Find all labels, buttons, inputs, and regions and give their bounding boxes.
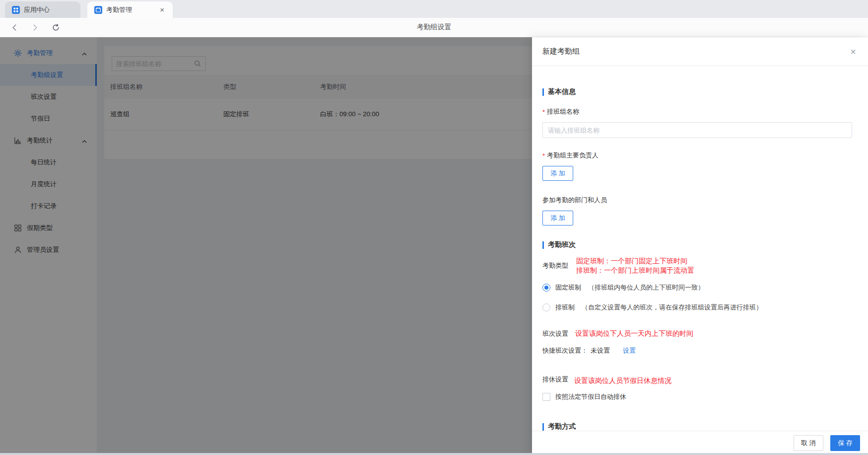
radio-scheduled-shift-desc: （自定义设置每人的班次，请在保存排班组设置后再进行排班） <box>582 303 762 312</box>
radio-row-scheduled-shift: 排班制 （自定义设置每人的班次，请在保存排班组设置后再进行排班） <box>542 303 852 312</box>
annotation-shift-setting: 设置该岗位下人员一天内上下班的时间 <box>575 329 693 338</box>
cancel-button[interactable]: 取 消 <box>794 435 823 451</box>
members-label: 参加考勤的部门和人员 <box>542 196 852 205</box>
attendance-icon <box>94 6 102 14</box>
radio-row-fixed-shift: 固定班制 （排班组内每位人员的上下班时间一致） <box>542 283 852 292</box>
forward-icon[interactable] <box>31 24 39 31</box>
radio-fixed-shift-desc: （排班组内每位人员的上下班时间一致） <box>588 283 704 292</box>
legal-holiday-row: 按照法定节假日自动排休 <box>542 392 852 401</box>
tab-attendance[interactable]: 考勤管理 × <box>87 1 173 18</box>
nav-bar: 考勤组设置 <box>0 18 868 37</box>
section-attendance-shift: 考勤班次 <box>542 240 852 249</box>
section-basic-info: 基本信息 <box>542 87 852 96</box>
drawer-footer: 取 消 保 存 <box>532 431 868 455</box>
tab-close-icon[interactable]: × <box>158 5 166 14</box>
add-members-button[interactable]: 添 加 <box>542 211 573 226</box>
required-mark: * <box>542 152 545 159</box>
annotation-rest-setting: 设置该岗位人员节假日休息情况 <box>574 376 671 385</box>
shift-setting-row: 班次设置 设置该岗位下人员一天内上下班的时间 <box>542 329 852 338</box>
tab-label: 考勤管理 <box>106 5 132 14</box>
browser-tab-bar: 应用中心 考勤管理 × <box>0 0 868 18</box>
new-attendance-group-drawer: 新建考勤组 × 基本信息 * 排班组名称 * 考勤组主要负责人 添 加 参加考勤… <box>532 37 868 455</box>
attendance-type-row: 考勤类型 固定班制：一个部门固定上下班时间 排班制：一个部门上班时间属于流动置 <box>542 256 852 275</box>
tab-label: 应用中心 <box>24 5 50 14</box>
quick-shift-row: 快捷班次设置： 未设置 设置 <box>542 346 852 355</box>
refresh-icon[interactable] <box>52 23 60 32</box>
drawer-title: 新建考勤组 <box>542 47 580 56</box>
app-center-icon <box>12 6 20 14</box>
modal-mask[interactable] <box>0 37 532 455</box>
quick-shift-value: 未设置 <box>591 346 610 355</box>
annotation-scheduled-shift: 排班制：一个部门上班时间属于流动置 <box>576 266 694 275</box>
radio-scheduled-shift[interactable] <box>542 303 550 311</box>
save-button[interactable]: 保 存 <box>830 435 860 451</box>
drawer-body: 基本信息 * 排班组名称 * 考勤组主要负责人 添 加 参加考勤的部门和人员 添… <box>532 67 868 431</box>
drawer-header: 新建考勤组 × <box>532 37 868 66</box>
legal-holiday-label: 按照法定节假日自动排休 <box>555 392 626 401</box>
rest-setting-row: 排休设置 设置该岗位人员节假日休息情况 <box>542 373 852 385</box>
annotation-fixed-shift: 固定班制：一个部门固定上下班时间 <box>576 256 694 266</box>
quick-shift-set-link[interactable]: 设置 <box>623 346 636 355</box>
legal-holiday-checkbox[interactable] <box>542 393 550 401</box>
attendance-type-label: 考勤类型 <box>542 261 568 270</box>
required-mark: * <box>542 108 545 116</box>
close-icon[interactable]: × <box>850 47 856 57</box>
quick-shift-label: 快捷班次设置： <box>542 346 588 355</box>
radio-fixed-shift-label: 固定班制 <box>555 283 581 292</box>
section-attendance-method: 考勤方式 <box>542 422 852 431</box>
radio-scheduled-shift-label: 排班制 <box>555 303 575 312</box>
window-bottom-edge <box>0 453 868 455</box>
add-owner-button[interactable]: 添 加 <box>542 166 573 181</box>
tab-app-center[interactable]: 应用中心 <box>5 1 80 18</box>
page-title: 考勤组设置 <box>0 23 868 32</box>
back-icon[interactable] <box>11 24 18 31</box>
shift-setting-label: 班次设置 <box>542 329 568 338</box>
group-name-input[interactable] <box>542 122 852 138</box>
group-name-label: * 排班组名称 <box>542 107 852 116</box>
rest-setting-label: 排休设置 <box>542 375 568 384</box>
radio-fixed-shift[interactable] <box>542 284 550 292</box>
owner-label: * 考勤组主要负责人 <box>542 151 852 160</box>
